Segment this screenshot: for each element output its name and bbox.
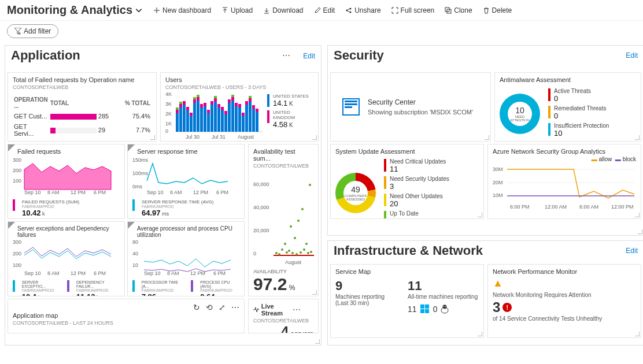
infrastructure-heading: Infrastructure & Network bbox=[334, 243, 483, 258]
users-tile[interactable]: Users CONTOSORETAILWEB - USERS - 3 DAYS … bbox=[160, 72, 319, 142]
svg-text:300: 300 bbox=[13, 239, 21, 245]
svg-point-116 bbox=[303, 248, 305, 251]
more-icon[interactable]: ⋯ bbox=[282, 51, 303, 60]
svg-text:10: 10 bbox=[132, 262, 138, 268]
svg-rect-133 bbox=[425, 304, 429, 309]
svg-text:80: 80 bbox=[132, 239, 138, 245]
svg-text:100: 100 bbox=[13, 178, 21, 184]
svg-rect-11 bbox=[176, 113, 179, 132]
application-pane: Application ⋯Edit Total of Failed reques… bbox=[5, 45, 322, 346]
mini-failed-requests-tile[interactable]: Failed requests 300200100 Sep 108 AM12 P… bbox=[8, 144, 125, 219]
application-edit-link[interactable]: Edit bbox=[303, 52, 315, 60]
clone-button[interactable]: Clone bbox=[445, 6, 472, 14]
fullscreen-button[interactable]: Full screen bbox=[391, 6, 435, 14]
unshare-button[interactable]: Unshare bbox=[345, 6, 380, 14]
svg-point-112 bbox=[295, 253, 298, 255]
resize-handle[interactable] bbox=[635, 332, 640, 336]
resize-handle[interactable] bbox=[150, 135, 155, 140]
infrastructure-edit-link[interactable]: Edit bbox=[626, 247, 638, 255]
app-map-tile[interactable]: ↻ ⟲ ⤢ ⋯ Application map CONTOSORETAILWEB… bbox=[8, 299, 245, 333]
stat-sub: FABRIKAMPROD bbox=[22, 288, 61, 292]
add-filter-button[interactable]: Add filter bbox=[7, 24, 58, 38]
delete-button[interactable]: Delete bbox=[483, 6, 512, 14]
resize-handle[interactable] bbox=[478, 213, 482, 217]
resize-handle[interactable] bbox=[312, 290, 317, 295]
tile-title: Azure Network Security Group Analytics bbox=[493, 148, 636, 155]
resize-handle[interactable] bbox=[635, 213, 640, 217]
linux-count: 0 bbox=[433, 304, 438, 314]
resize-handle[interactable] bbox=[635, 135, 640, 140]
more-icon[interactable]: ⋯ bbox=[231, 303, 239, 312]
npm-tile[interactable]: Network Performance Monitor ▲ Network Mo… bbox=[487, 264, 641, 338]
expand-icon[interactable]: ⤢ bbox=[219, 303, 226, 312]
resize-handle[interactable] bbox=[312, 135, 317, 140]
svg-text:150ms: 150ms bbox=[132, 157, 149, 163]
stat-label: PROCESS CPU (AVG) bbox=[200, 280, 239, 288]
pin-icon bbox=[8, 144, 15, 151]
system-update-tile[interactable]: System Update Assessment 49COMPUTERS ASS… bbox=[330, 144, 484, 219]
svg-text:0ms: 0ms bbox=[132, 184, 143, 190]
svg-rect-33 bbox=[252, 109, 255, 132]
new-dashboard-button[interactable]: New dashboard bbox=[153, 6, 211, 14]
dashboard-title[interactable]: Monitoring & Analytics bbox=[7, 3, 143, 17]
availability-scatter-chart: 60,000 40,000 20,000 0 August bbox=[253, 169, 317, 267]
donut-label: NEED ATTENTION bbox=[508, 115, 532, 122]
right-column: Security Edit Security Center Showing su… bbox=[327, 45, 643, 346]
donut-label: COMPUTERS ASSESSED bbox=[343, 194, 368, 201]
stat-label: DEPENDENCY FAILUR... bbox=[76, 280, 120, 288]
service-map-tile[interactable]: Service Map 9 Machines reporting (Last 3… bbox=[330, 264, 484, 338]
svg-text:Sep 10: Sep 10 bbox=[24, 190, 41, 195]
svg-point-138 bbox=[444, 306, 445, 307]
tile-title: Application map bbox=[13, 312, 239, 319]
edit-button[interactable]: Edit bbox=[314, 6, 335, 14]
pin-icon bbox=[8, 222, 15, 229]
nsg-analytics-tile[interactable]: Azure Network Security Group Analytics ▬… bbox=[487, 144, 641, 219]
svg-rect-14 bbox=[186, 110, 189, 132]
upload-button[interactable]: Upload bbox=[221, 6, 253, 14]
legend-label: Need Critical Updates bbox=[390, 158, 446, 165]
legend-value: 11 bbox=[390, 165, 446, 173]
mini-exceptions-tile[interactable]: Server exceptions and Dependency failure… bbox=[8, 221, 125, 296]
live-stream-tile[interactable]: Live Stream ⋯ CONTOSORETAILWEB 4 servers bbox=[248, 299, 319, 333]
svg-text:6 PM: 6 PM bbox=[94, 270, 106, 276]
svg-text:12 PM: 12 PM bbox=[71, 270, 86, 276]
infrastructure-pane: Infrastructure & Network Edit Service Ma… bbox=[327, 240, 643, 346]
more-icon[interactable]: ⋯ bbox=[293, 305, 313, 314]
svg-rect-42 bbox=[200, 104, 203, 107]
resize-handle[interactable] bbox=[315, 339, 320, 344]
unit: k bbox=[97, 295, 99, 296]
stat-label: PROCESSOR TIME (A... bbox=[142, 280, 184, 288]
unit: K bbox=[289, 122, 293, 128]
svg-point-106 bbox=[284, 243, 286, 245]
download-button[interactable]: Download bbox=[263, 6, 303, 14]
svg-text:12 PM: 12 PM bbox=[193, 190, 208, 195]
stat-value: 10.4 bbox=[22, 292, 36, 296]
stat-label: SERVER EXCEPTIO... bbox=[22, 280, 61, 288]
mini-response-time-tile[interactable]: Server response time 150ms100ms0ms Sep 1… bbox=[127, 144, 245, 219]
col-pct: % TOTAL bbox=[119, 95, 151, 111]
svg-rect-13 bbox=[183, 105, 186, 132]
legend-label: Need Other Updates bbox=[390, 193, 443, 199]
table-row[interactable]: GET Cust... 285 75.4% bbox=[13, 111, 151, 121]
table-row[interactable]: GET Servi... 29 7.7% bbox=[13, 121, 151, 139]
legend-value: 10 bbox=[554, 129, 609, 138]
svg-rect-27 bbox=[231, 101, 234, 132]
unit: % bbox=[158, 295, 162, 296]
svg-rect-62 bbox=[197, 95, 199, 97]
stat-sub: FABRIKAMPROD bbox=[142, 288, 184, 292]
resize-handle[interactable] bbox=[638, 229, 642, 234]
mini-cpu-tile[interactable]: Average processor and process CPU utiliz… bbox=[127, 221, 245, 296]
resize-handle[interactable] bbox=[485, 135, 489, 140]
antimalware-tile[interactable]: Antimalware Assessment 10NEED ATTENTION … bbox=[494, 72, 641, 142]
security-center-tile[interactable]: Security Center Showing subscription 'MS… bbox=[330, 72, 491, 142]
filter-bar: Add filter bbox=[0, 21, 643, 45]
reset-icon[interactable]: ⟲ bbox=[206, 303, 213, 312]
resize-handle[interactable] bbox=[478, 332, 482, 336]
availability-tile[interactable]: Availability test sum... CONTOSORETAILWE… bbox=[248, 144, 319, 296]
tile-title: Network Performance Monitor bbox=[493, 268, 636, 275]
svg-rect-41 bbox=[197, 97, 199, 101]
security-edit-link[interactable]: Edit bbox=[626, 51, 638, 60]
refresh-icon[interactable]: ↻ bbox=[193, 303, 200, 312]
users-stacked-bar-chart: 4K 3K 2K 1K 0 Jul 30 Jul 31 August bbox=[165, 90, 264, 140]
failed-requests-tile[interactable]: Total of Failed requests by Operation na… bbox=[8, 72, 157, 142]
